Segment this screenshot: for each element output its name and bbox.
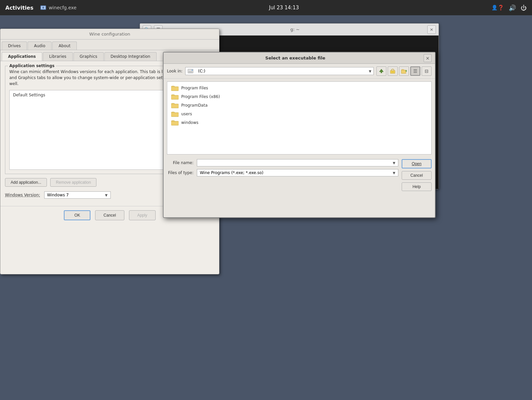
files-of-type-value: Wine Programs (*.exe; *.exe.so)	[200, 170, 263, 175]
list-item[interactable]: ProgramData	[169, 101, 429, 110]
svg-point-5	[192, 70, 193, 71]
remove-application-button[interactable]: Remove application	[50, 178, 96, 187]
files-of-type-label: Files of type:	[167, 170, 194, 175]
file-dialog: Select an executable file × Look in: (C:…	[163, 52, 436, 218]
folder-name: windows	[181, 120, 199, 125]
windows-version-value: Windows 7	[47, 193, 69, 197]
files-of-type-arrow[interactable]: ▼	[393, 171, 395, 175]
cancel-button[interactable]: Cancel	[95, 210, 124, 220]
file-name-row: File name: ▼	[167, 159, 398, 166]
svg-rect-14	[171, 104, 179, 108]
ok-button[interactable]: OK	[64, 210, 90, 220]
windows-version-select[interactable]: Windows 7 ▼	[44, 191, 111, 199]
file-list-area[interactable]: Program Files Program Files (x86) Progra…	[167, 81, 432, 154]
tab-audio[interactable]: Audio	[28, 42, 52, 50]
svg-rect-12	[171, 87, 179, 91]
look-in-arrow: ▼	[369, 69, 371, 73]
svg-rect-4	[189, 71, 193, 73]
winecfg-icon	[40, 4, 47, 11]
taskbar-left: Activities winecfg.exe	[5, 4, 76, 11]
file-action-btns: Open Cancel Help	[398, 159, 432, 191]
taskbar-right: 👤❓ 🔊 ⏻	[491, 4, 527, 11]
file-dialog-close-btn[interactable]: ×	[424, 54, 432, 62]
tab-applications[interactable]: Applications	[2, 52, 42, 61]
wine-title: Wine configuration	[89, 32, 130, 37]
power-icon[interactable]: ⏻	[521, 4, 527, 11]
file-dialog-toolbar: Look in: (C:) ▼	[164, 64, 435, 79]
taskbar: Activities winecfg.exe Jul 23 14:13 👤❓ 🔊…	[0, 0, 532, 15]
svg-marker-6	[379, 69, 383, 72]
detail-view-btn[interactable]: ⊟	[422, 66, 432, 76]
apply-button[interactable]: Apply	[129, 210, 156, 220]
svg-rect-7	[381, 72, 382, 73]
add-application-button[interactable]: Add application...	[5, 178, 47, 187]
list-view-btn[interactable]: ☰	[410, 66, 420, 76]
folder-name: ProgramData	[181, 103, 207, 108]
terminal-close-btn[interactable]: ×	[427, 25, 436, 34]
svg-point-2	[42, 7, 44, 9]
look-in-value: (C:)	[198, 69, 205, 73]
volume-icon[interactable]: 🔊	[509, 4, 516, 11]
file-name-label: File name:	[167, 160, 194, 165]
list-item[interactable]: windows	[169, 118, 429, 127]
folder-name: Program Files	[181, 86, 208, 90]
tab-drives[interactable]: Drives	[2, 42, 27, 50]
file-name-input[interactable]	[200, 160, 393, 165]
wine-titlebar: Wine configuration	[0, 29, 219, 40]
tab-libraries[interactable]: Libraries	[43, 52, 73, 61]
list-item[interactable]: Program Files (x86)	[169, 92, 429, 101]
taskbar-app[interactable]: winecfg.exe	[40, 4, 76, 11]
svg-text:+: +	[405, 69, 407, 72]
file-bottom: File name: ▼ Files of type: Wine Program…	[164, 157, 435, 193]
file-bottom-layout: File name: ▼ Files of type: Wine Program…	[167, 159, 432, 191]
list-item[interactable]: Program Files	[169, 84, 429, 92]
tab-graphics[interactable]: Graphics	[73, 52, 104, 61]
activities-button[interactable]: Activities	[5, 5, 33, 11]
svg-rect-13	[171, 95, 179, 99]
drive-icon	[188, 69, 196, 73]
list-item[interactable]: users	[169, 110, 429, 118]
files-of-type-row: Files of type: Wine Programs (*.exe; *.e…	[167, 169, 398, 176]
files-of-type-select[interactable]: Wine Programs (*.exe; *.exe.so) ▼	[197, 169, 398, 176]
tab-about[interactable]: About	[52, 42, 76, 50]
wine-tabs-row1: Drives Audio About	[0, 40, 219, 50]
create-folder-btn[interactable]: +	[399, 66, 409, 76]
look-in-select[interactable]: (C:) ▼	[185, 67, 374, 75]
windows-version-label: Windows Version:	[5, 193, 40, 197]
taskbar-app-label: winecfg.exe	[49, 5, 76, 10]
new-folder-network-btn[interactable]	[388, 66, 398, 76]
svg-rect-9	[391, 71, 394, 73]
version-dropdown-arrow: ▼	[105, 193, 108, 197]
folder-name: Program Files (x86)	[181, 94, 220, 99]
file-open-button[interactable]: Open	[402, 159, 432, 168]
nav-up-btn[interactable]	[376, 66, 386, 76]
taskbar-clock: Jul 23 14:13	[269, 5, 299, 11]
file-name-input-wrapper[interactable]: ▼	[197, 159, 398, 166]
svg-rect-15	[171, 113, 179, 117]
toolbar-btns: + ☰ ⊟	[376, 66, 432, 76]
network-icon[interactable]: 👤❓	[491, 5, 504, 11]
file-cancel-button[interactable]: Cancel	[402, 171, 432, 180]
group-label: Application settings	[8, 63, 56, 68]
tab-desktop-integration[interactable]: Desktop Integration	[104, 52, 157, 61]
file-name-dropdown[interactable]: ▼	[393, 161, 395, 165]
desktop: 🔍 ☰ g: ~ × Wine configuration Drives Aud…	[0, 15, 532, 400]
look-in-label: Look in:	[167, 69, 183, 73]
folder-name: users	[181, 112, 192, 116]
file-fields: File name: ▼ Files of type: Wine Program…	[167, 159, 398, 179]
file-dialog-titlebar: Select an executable file ×	[164, 52, 435, 64]
file-dialog-title: Select an executable file	[167, 55, 424, 60]
svg-rect-16	[171, 121, 179, 125]
file-help-button[interactable]: Help	[402, 182, 432, 191]
